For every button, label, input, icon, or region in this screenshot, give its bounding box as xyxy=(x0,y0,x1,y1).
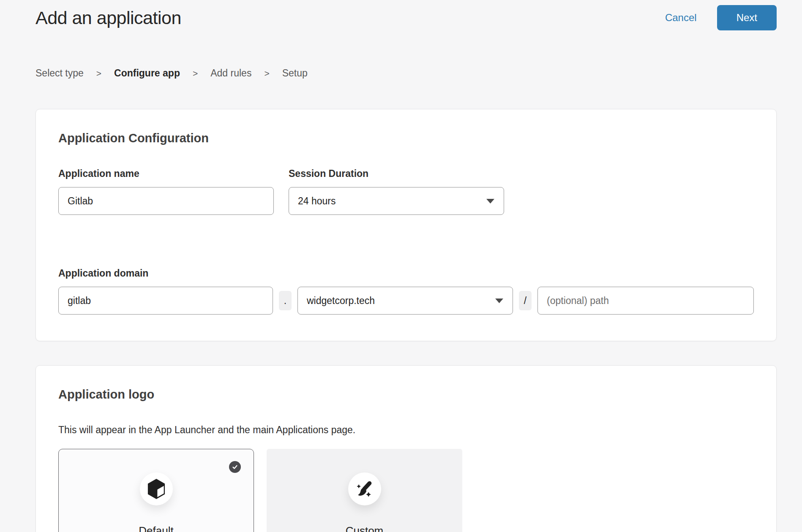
step-separator: > xyxy=(193,68,198,79)
step-configure-app[interactable]: Configure app xyxy=(114,68,180,79)
page-header: Add an application Cancel Next xyxy=(35,0,777,30)
slash-separator: / xyxy=(519,291,532,310)
logo-option-default[interactable]: Default xyxy=(58,449,254,532)
cube-icon xyxy=(147,478,166,499)
step-select-type[interactable]: Select type xyxy=(35,68,84,79)
application-domain-section: Application domain . widgetcorp.tech / xyxy=(58,268,754,315)
session-duration-label: Session Duration xyxy=(289,168,504,179)
selected-check-badge xyxy=(229,461,241,473)
paintbrush-icon xyxy=(355,479,374,499)
custom-icon-circle xyxy=(348,472,381,505)
cancel-button[interactable]: Cancel xyxy=(665,12,697,24)
logo-option-label: Custom xyxy=(346,524,384,532)
application-name-input[interactable] xyxy=(58,187,274,215)
check-icon xyxy=(232,464,238,470)
name-session-row: Application name Session Duration 24 hou… xyxy=(58,168,754,215)
path-input[interactable] xyxy=(537,287,754,315)
subdomain-input[interactable] xyxy=(58,287,273,315)
logo-card-title: Application logo xyxy=(58,388,754,402)
step-separator: > xyxy=(96,68,101,79)
logo-description: This will appear in the App Launcher and… xyxy=(58,424,754,436)
configuration-card-title: Application Configuration xyxy=(58,131,754,145)
session-duration-field: Session Duration 24 hours xyxy=(289,168,504,215)
application-name-field: Application name xyxy=(58,168,274,215)
step-add-rules[interactable]: Add rules xyxy=(210,68,251,79)
page-title: Add an application xyxy=(35,8,181,28)
application-configuration-card: Application Configuration Application na… xyxy=(35,109,777,341)
header-actions: Cancel Next xyxy=(665,5,777,30)
domain-select-value: widgetcorp.tech xyxy=(307,295,375,307)
logo-option-tiles: Default Custom xyxy=(58,449,754,532)
domain-select[interactable]: widgetcorp.tech xyxy=(297,287,513,315)
application-domain-row: . widgetcorp.tech / xyxy=(58,287,754,315)
application-name-label: Application name xyxy=(58,168,274,179)
dot-separator: . xyxy=(279,291,292,310)
application-logo-card: Application logo This will appear in the… xyxy=(35,365,777,532)
next-button[interactable]: Next xyxy=(717,5,777,30)
step-setup[interactable]: Setup xyxy=(282,68,308,79)
session-duration-select[interactable]: 24 hours xyxy=(289,187,504,215)
logo-option-label: Default xyxy=(139,524,173,532)
step-separator: > xyxy=(264,68,269,79)
chevron-down-icon xyxy=(486,198,495,204)
session-duration-value: 24 hours xyxy=(298,195,336,207)
default-icon-circle xyxy=(140,472,173,505)
application-domain-label: Application domain xyxy=(58,268,754,279)
logo-option-custom[interactable]: Custom xyxy=(267,449,462,532)
chevron-down-icon xyxy=(495,298,504,304)
add-application-page: Add an application Cancel Next Select ty… xyxy=(0,0,802,532)
wizard-steps: Select type > Configure app > Add rules … xyxy=(35,68,777,79)
